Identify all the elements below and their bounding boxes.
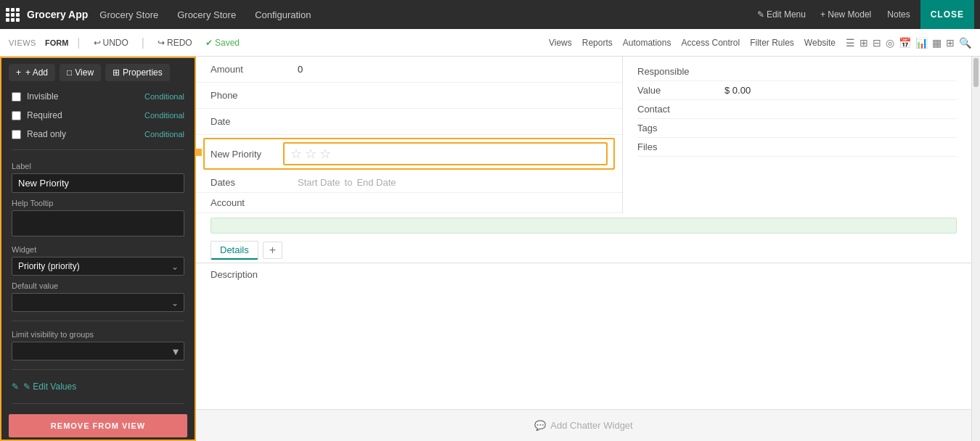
kanban-icon[interactable]: ⊟: [873, 37, 881, 49]
tabs-row: Details +: [196, 238, 971, 263]
default-section: Default value: [1, 279, 195, 315]
arrow-annotation: [196, 141, 202, 166]
content-area: Amount 0 Phone Date: [196, 57, 971, 441]
form-label: FORM: [45, 38, 68, 47]
reports-link[interactable]: Reports: [582, 38, 613, 48]
default-input[interactable]: [12, 293, 184, 312]
label-section: Label: [1, 156, 195, 196]
responsible-field: Responsible: [637, 62, 957, 81]
dates-start[interactable]: Start Date: [298, 177, 340, 188]
scrollbar-thumb[interactable]: [973, 58, 979, 87]
files-label: Files: [637, 141, 724, 152]
app-logo[interactable]: Grocery App: [6, 8, 88, 22]
pipe-sep: |: [142, 36, 144, 49]
date-label: Date: [211, 116, 298, 127]
divider-1: [12, 149, 184, 150]
map-icon[interactable]: ◎: [886, 37, 894, 49]
divider-4: [12, 403, 184, 404]
required-label: Required: [27, 110, 139, 120]
tab-details[interactable]: Details: [211, 241, 258, 260]
calendar-icon[interactable]: 📅: [899, 37, 911, 49]
priority-stars-container[interactable]: ☆ ☆ ☆: [283, 142, 608, 165]
filter-rules-link[interactable]: Filter Rules: [750, 38, 794, 48]
nav-grocery-store-2[interactable]: Grocery Store: [170, 9, 243, 20]
add-tab-button[interactable]: +: [263, 242, 282, 259]
scrollbar[interactable]: [971, 57, 980, 441]
default-label: Default value: [12, 281, 184, 290]
invisible-label: Invisible: [27, 91, 139, 102]
search-icon[interactable]: 🔍: [959, 37, 971, 49]
views-link[interactable]: Views: [549, 38, 572, 48]
description-label: Description: [211, 269, 298, 280]
notes-button[interactable]: Notes: [880, 7, 917, 22]
star-1[interactable]: ☆: [290, 146, 302, 162]
close-button[interactable]: CLOSE: [920, 0, 974, 29]
second-bar: VIEWS FORM | ↩ UNDO | ↪ REDO ✔ Saved Vie…: [0, 29, 980, 57]
widget-section: Widget Priority (priority): [1, 239, 195, 279]
left-panel: + + Add □ View ⊞ Properties Invisible Co…: [0, 57, 196, 441]
readonly-conditional[interactable]: Conditional: [144, 130, 184, 139]
label-section-title: Label: [12, 162, 184, 170]
readonly-checkbox[interactable]: [12, 130, 21, 139]
required-row: Required Conditional: [1, 106, 195, 125]
view-button[interactable]: □ View: [60, 64, 101, 81]
tags-label: Tags: [637, 123, 724, 133]
divider-2: [12, 321, 184, 321]
amount-row: Amount 0: [196, 57, 622, 83]
groups-section: Limit visibility to groups: [1, 327, 195, 363]
priority-container: New Priority ☆ ☆ ☆: [203, 138, 615, 170]
required-conditional[interactable]: Conditional: [144, 111, 184, 120]
invisible-checkbox[interactable]: [12, 92, 21, 102]
edit-menu-button[interactable]: ✎ Edit Menu: [751, 7, 812, 22]
star-2[interactable]: ☆: [305, 146, 317, 162]
add-button[interactable]: + + Add: [9, 64, 55, 81]
dates-label: Dates: [211, 177, 298, 188]
edit-values-label: ✎ Edit Values: [23, 382, 76, 392]
automations-link[interactable]: Automations: [623, 38, 671, 48]
phone-row: Phone: [196, 83, 622, 109]
dates-end[interactable]: End Date: [356, 177, 396, 188]
access-control-link[interactable]: Access Control: [681, 38, 740, 48]
invisible-row: Invisible Conditional: [1, 87, 195, 106]
value-value[interactable]: $ 0.00: [724, 85, 957, 96]
redo-icon: ↪: [158, 38, 165, 48]
view-icon: □: [67, 67, 72, 78]
new-model-button[interactable]: + New Model: [814, 7, 877, 22]
files-field: Files: [637, 138, 957, 157]
readonly-row: Read only Conditional: [1, 125, 195, 144]
edit-values-button[interactable]: ✎ ✎ Edit Values: [1, 376, 195, 397]
label-input[interactable]: [12, 173, 184, 193]
main-layout: + + Add □ View ⊞ Properties Invisible Co…: [0, 57, 980, 441]
tags-field: Tags: [637, 119, 957, 138]
responsible-label: Responsible: [637, 66, 724, 77]
website-link[interactable]: Website: [804, 38, 836, 48]
star-3[interactable]: ☆: [319, 146, 331, 162]
undo-button[interactable]: ↩ UNDO: [89, 36, 133, 50]
widget-select-wrapper: Priority (priority): [12, 257, 184, 276]
remove-from-view-button[interactable]: REMOVE FROM VIEW: [9, 414, 187, 437]
groups-select[interactable]: [12, 342, 184, 360]
form-area: Amount 0 Phone Date: [196, 57, 971, 409]
tooltip-input[interactable]: [12, 210, 184, 236]
default-wrapper: [12, 293, 184, 312]
invisible-conditional[interactable]: Conditional: [144, 92, 184, 101]
list-icon[interactable]: ☰: [846, 37, 855, 49]
bar-chart-icon[interactable]: ▦: [932, 37, 942, 49]
amount-value[interactable]: 0: [298, 64, 608, 75]
edit-values-icon: ✎: [12, 382, 19, 392]
toolbar-icons: ☰ ⊞ ⊟ ◎ 📅 📊 ▦ ⊞ 🔍: [846, 37, 971, 49]
required-checkbox[interactable]: [12, 111, 21, 120]
properties-button[interactable]: ⊞ Properties: [105, 64, 170, 81]
dates-row: Dates Start Date to End Date: [196, 173, 622, 193]
add-chatter-button[interactable]: 💬 Add Chatter Widget: [534, 420, 632, 431]
account-label: Account: [211, 197, 298, 208]
readonly-label: Read only: [27, 129, 139, 139]
nav-grocery-store-1[interactable]: Grocery Store: [92, 9, 166, 20]
nav-configuration[interactable]: Configuration: [248, 9, 318, 20]
widget-select[interactable]: Priority (priority): [12, 257, 184, 276]
groups-select-wrapper: [12, 342, 184, 360]
chart-icon[interactable]: 📊: [915, 37, 928, 49]
grid2-icon[interactable]: ⊞: [946, 37, 955, 49]
redo-button[interactable]: ↪ REDO: [153, 36, 197, 50]
table-icon[interactable]: ⊞: [859, 37, 868, 49]
